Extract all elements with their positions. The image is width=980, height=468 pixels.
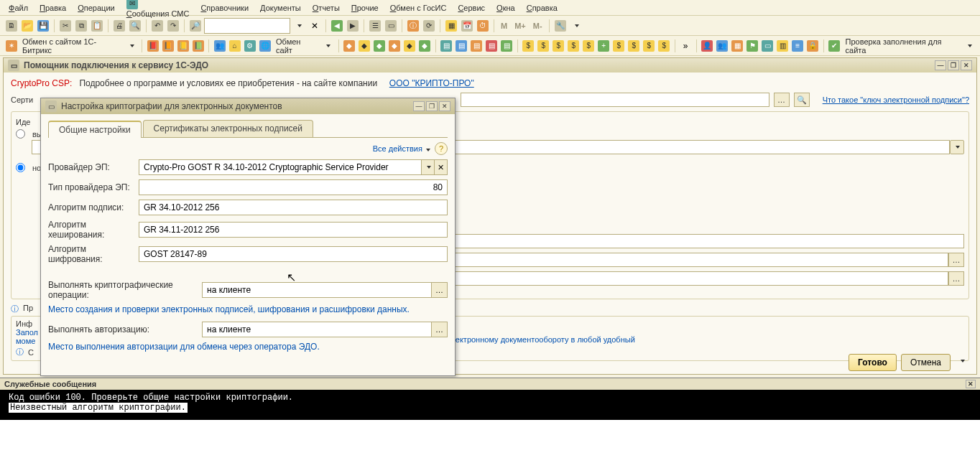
- money-icon-3[interactable]: $: [552, 39, 565, 53]
- cut-icon[interactable]: ✂: [58, 19, 73, 33]
- memory-mplus-label[interactable]: M+: [512, 22, 529, 30]
- money-icon-4[interactable]: $: [567, 39, 581, 53]
- exchange-site-label[interactable]: Обмен сайт: [273, 37, 320, 55]
- bitrix-dropdown[interactable]: [124, 39, 138, 53]
- table-icon[interactable]: ▦: [444, 19, 458, 33]
- radio-existing[interactable]: [16, 129, 25, 139]
- card-icon[interactable]: ▭: [761, 39, 775, 53]
- color-icon-6[interactable]: ◆: [418, 39, 432, 53]
- clear-search-icon[interactable]: ✕: [308, 19, 322, 33]
- hash-algo-input[interactable]: [144, 224, 443, 235]
- list-icon[interactable]: ≡: [791, 39, 805, 53]
- cancel-dropdown[interactable]: [955, 354, 969, 368]
- bitrix-icon[interactable]: ✶: [4, 39, 18, 53]
- radio-new[interactable]: [16, 163, 25, 172]
- memory-mminus-label[interactable]: M-: [530, 22, 545, 30]
- money-icon-10[interactable]: $: [657, 39, 671, 53]
- provider-type-field[interactable]: [139, 179, 448, 195]
- menu-item-4[interactable]: Справочники: [198, 2, 251, 14]
- menu-item-3[interactable]: ✉Сообщения СМС: [124, 0, 193, 19]
- provider-field[interactable]: [139, 159, 422, 175]
- lock-icon[interactable]: 🔒: [806, 39, 820, 53]
- print-icon[interactable]: 🖨: [112, 19, 126, 33]
- search-field[interactable]: [204, 18, 290, 34]
- tab-certificates[interactable]: Сертификаты электронных подписей: [143, 120, 313, 137]
- help-icon[interactable]: ?: [435, 142, 448, 155]
- auth-input[interactable]: [207, 324, 427, 335]
- provider-type-input[interactable]: [144, 182, 443, 193]
- what-is-key-link[interactable]: Что такое "ключ электронной подписи"?: [823, 95, 969, 104]
- memory-m-label[interactable]: M: [498, 22, 510, 30]
- close-button[interactable]: ✕: [961, 60, 972, 70]
- menu-item-7[interactable]: Прочие: [348, 2, 382, 14]
- main-menu-bar[interactable]: ФайлПравкаОперации✉Сообщения СМССправочн…: [0, 0, 980, 16]
- money-icon-5[interactable]: $: [582, 39, 596, 53]
- book4-icon[interactable]: 📗: [191, 39, 205, 53]
- people2-icon[interactable]: 👥: [716, 39, 729, 53]
- print-preview-icon[interactable]: 🔍: [128, 19, 142, 33]
- navigate-back-icon[interactable]: ◀: [330, 19, 344, 33]
- save-icon[interactable]: 💾: [36, 19, 50, 33]
- menu-item-8[interactable]: Обмен с ГосИС: [387, 2, 450, 14]
- money-icon-2[interactable]: $: [537, 39, 550, 53]
- color-icon-1[interactable]: ◆: [343, 39, 356, 53]
- money-icon-9[interactable]: $: [642, 39, 656, 53]
- fill-check-label[interactable]: Проверка заполнения для сайта: [843, 37, 961, 55]
- money-icon-8[interactable]: $: [627, 39, 641, 53]
- color-icon-5[interactable]: ◆: [403, 39, 417, 53]
- sign-algo-input[interactable]: [144, 202, 443, 213]
- sign-algo-field[interactable]: [139, 200, 448, 215]
- chevron-right-icon[interactable]: »: [679, 39, 693, 53]
- exchange-site-icon[interactable]: 🌐: [258, 39, 272, 53]
- settings-dropdown[interactable]: [569, 19, 583, 33]
- fill-check-dropdown[interactable]: [962, 39, 976, 53]
- menu-item-5[interactable]: Документы: [257, 2, 304, 14]
- bitrix-label[interactable]: Обмен с сайтом 1С-Битрикс: [19, 37, 123, 55]
- stamp-icon[interactable]: ⌂: [228, 39, 241, 53]
- menu-item-9[interactable]: Сервис: [455, 2, 488, 14]
- modal-minimize-button[interactable]: —: [413, 101, 425, 111]
- book3-icon[interactable]: 📒: [176, 39, 190, 53]
- provider-clear-button[interactable]: ✕: [435, 159, 448, 175]
- modal-close-button[interactable]: ✕: [439, 101, 450, 111]
- doc-icon-2[interactable]: ▤: [455, 39, 468, 53]
- certificate-search-button[interactable]: 🔍: [794, 93, 810, 107]
- menu-item-2[interactable]: Операции: [75, 2, 117, 14]
- open-folder-icon[interactable]: 📂: [20, 19, 34, 33]
- enc-algo-input[interactable]: [144, 248, 443, 260]
- window-icon[interactable]: ▭: [384, 19, 398, 33]
- money-icon-6[interactable]: +: [597, 39, 611, 53]
- minimize-button[interactable]: —: [935, 60, 946, 70]
- redo-icon[interactable]: ↷: [166, 19, 180, 33]
- navigate-forward-icon[interactable]: ▶: [346, 19, 360, 33]
- certificate-input[interactable]: [461, 93, 769, 107]
- search-dropdown[interactable]: [292, 19, 306, 33]
- doc-icon-5[interactable]: ▤: [500, 39, 514, 53]
- menu-item-1[interactable]: Правка: [37, 2, 69, 14]
- menu-item-0[interactable]: Файл: [6, 2, 31, 14]
- all-actions-link[interactable]: Все действия: [373, 144, 430, 153]
- doc-icon-3[interactable]: ▤: [470, 39, 484, 53]
- color-icon-4[interactable]: ◆: [388, 39, 402, 53]
- auth-browse-button[interactable]: …: [432, 322, 448, 337]
- copy-icon[interactable]: ⧉: [74, 19, 88, 33]
- exchange-site-dropdown[interactable]: [321, 39, 335, 53]
- enc-algo-field[interactable]: [139, 246, 448, 262]
- menu-item-10[interactable]: Окна: [494, 2, 518, 14]
- crypto-settings-titlebar[interactable]: ▭ Настройка криптографии для электронных…: [41, 98, 455, 114]
- tab-general[interactable]: Общие настройки: [48, 121, 142, 138]
- book2-icon[interactable]: 📙: [161, 39, 175, 53]
- color-icon-3[interactable]: ◆: [373, 39, 387, 53]
- flag-icon[interactable]: ⚑: [746, 39, 759, 53]
- refresh-icon[interactable]: ⟳: [422, 19, 436, 33]
- doc-icon-4[interactable]: ▤: [485, 39, 499, 53]
- crypto-ops-browse-button[interactable]: …: [432, 282, 448, 298]
- ready-button[interactable]: Готово: [849, 354, 897, 371]
- stack-icon[interactable]: ▦: [731, 39, 744, 53]
- doc-icon-1[interactable]: ▤: [440, 39, 453, 53]
- maximize-button[interactable]: ❐: [948, 60, 959, 70]
- tree-icon[interactable]: ☰: [368, 19, 382, 33]
- modal-maximize-button[interactable]: ❐: [426, 101, 438, 111]
- undo-icon[interactable]: ↶: [150, 19, 165, 33]
- calendar-icon[interactable]: 📅: [460, 19, 474, 33]
